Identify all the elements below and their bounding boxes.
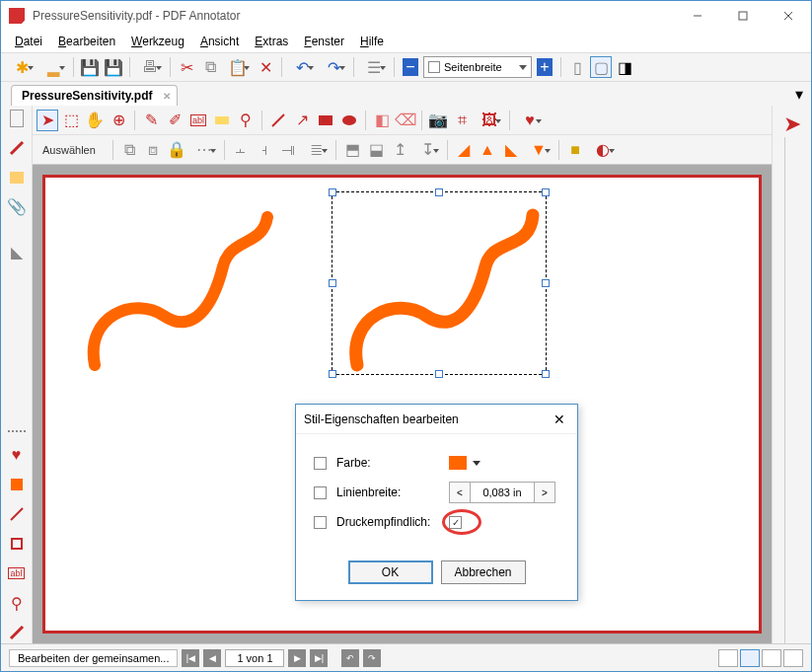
vertical-scrollbar[interactable]: [784, 137, 800, 643]
print-button[interactable]: 🖶: [135, 56, 165, 78]
pan-tool[interactable]: ✋: [84, 110, 106, 131]
nav-first-icon[interactable]: |◀: [182, 649, 199, 667]
linewidth-decrease-button[interactable]: <: [449, 482, 471, 503]
view-two-continuous-icon[interactable]: [783, 649, 803, 667]
tab-overflow-button[interactable]: ▾: [791, 86, 807, 102]
menu-window[interactable]: Fenster: [298, 33, 350, 50]
save-as-button[interactable]: 💾: [103, 56, 124, 78]
dialog-close-icon[interactable]: ✕: [550, 411, 569, 427]
ok-button[interactable]: OK: [348, 560, 433, 584]
lasso-tool[interactable]: ⬚: [60, 110, 82, 131]
align-center-h-icon[interactable]: ⫞: [254, 139, 275, 161]
cancel-button[interactable]: Abbrechen: [441, 560, 526, 584]
zoom-combo[interactable]: Seitenbreite: [423, 56, 532, 78]
history-back-icon[interactable]: ↶: [341, 649, 359, 667]
menu-tool[interactable]: Werkzeug: [125, 33, 190, 50]
layout-fit-button[interactable]: ▢: [590, 56, 612, 78]
line-tool[interactable]: [267, 110, 289, 131]
status-edit-common-button[interactable]: Bearbeiten der gemeinsamen...: [9, 649, 178, 667]
ellipse-tool[interactable]: [338, 110, 360, 131]
preset-line-icon[interactable]: [6, 503, 28, 525]
preset-stamp-icon[interactable]: ⚲: [6, 592, 28, 614]
history-forward-icon[interactable]: ↷: [363, 649, 381, 667]
redo-button[interactable]: ↷: [319, 56, 348, 78]
selection-handle[interactable]: [542, 370, 550, 378]
text-highlight-tool[interactable]: [211, 110, 233, 131]
align-more-icon[interactable]: ≣: [301, 139, 331, 161]
order-down-icon[interactable]: ↧: [412, 139, 442, 161]
favorite-heart-icon[interactable]: ♥: [6, 444, 28, 466]
menu-extras[interactable]: Extras: [249, 33, 294, 50]
layout-single-button[interactable]: ▯: [566, 56, 588, 78]
open-button[interactable]: ▂: [38, 56, 68, 78]
note-tool-icon[interactable]: [6, 167, 28, 188]
selection-handle[interactable]: [329, 188, 336, 196]
selection-handle[interactable]: [329, 370, 336, 378]
menu-file[interactable]: Datei: [9, 33, 48, 50]
bring-front-icon[interactable]: ⬒: [341, 139, 363, 161]
save-button[interactable]: 💾: [79, 56, 101, 78]
rotate-left-icon[interactable]: ◣: [500, 139, 522, 161]
undo-button[interactable]: ↶: [287, 56, 317, 78]
preset-pen2-icon[interactable]: [6, 622, 28, 643]
snapshot-tool[interactable]: 📷: [427, 110, 449, 131]
eraser-tool[interactable]: ◧: [371, 110, 393, 131]
delete-button[interactable]: ✕: [255, 56, 276, 78]
color-dropdown-icon[interactable]: [473, 461, 480, 466]
nav-last-icon[interactable]: ▶|: [310, 649, 328, 667]
favorite-tool[interactable]: ♥: [515, 110, 545, 131]
page-thumb-icon[interactable]: [6, 108, 28, 129]
selection-handle[interactable]: [329, 279, 336, 287]
left-collapse-icon[interactable]: ◣: [6, 242, 28, 263]
ink-stroke-1[interactable]: [75, 197, 282, 375]
dialog-titlebar[interactable]: Stil-Eigenschaften bearbeiten ✕: [296, 405, 577, 434]
color-apply-checkbox[interactable]: [314, 457, 327, 470]
document-tab[interactable]: PressureSensitivity.pdf ✕: [11, 85, 178, 106]
align-right-icon[interactable]: ⫣: [277, 139, 299, 161]
linewidth-input[interactable]: [471, 482, 534, 503]
attachment-icon[interactable]: 📎: [6, 196, 28, 218]
copy-button[interactable]: ⧉: [199, 56, 221, 78]
rotate-right-icon[interactable]: ▼: [524, 139, 554, 161]
style-more-icon[interactable]: ◐: [588, 139, 618, 161]
layout-two-button[interactable]: ◨: [614, 56, 635, 78]
paste-button[interactable]: 📋: [223, 56, 253, 78]
align-left-icon[interactable]: ⫠: [230, 139, 252, 161]
pen-tool[interactable]: ✎: [140, 110, 162, 131]
send-back-icon[interactable]: ⬓: [365, 139, 387, 161]
style-edit-icon[interactable]: ■: [564, 139, 586, 161]
view-single-icon[interactable]: [718, 649, 738, 667]
arrow-tool[interactable]: ↗: [291, 110, 313, 131]
preset-square-icon[interactable]: [6, 474, 28, 495]
view-two-page-icon[interactable]: [762, 649, 781, 667]
nav-next-icon[interactable]: ▶: [288, 649, 306, 667]
cut-button[interactable]: ✂: [176, 56, 197, 78]
close-button[interactable]: [766, 1, 811, 31]
pressure-apply-checkbox[interactable]: [314, 516, 327, 529]
linewidth-increase-button[interactable]: >: [534, 482, 555, 503]
more-select-icon[interactable]: ⋯: [189, 139, 219, 161]
zoom-tool[interactable]: ⊕: [108, 110, 129, 131]
text-box-tool[interactable]: abl: [187, 110, 209, 131]
new-doc-button[interactable]: ✱: [7, 56, 37, 78]
page-number-field[interactable]: [225, 649, 284, 667]
cursor-large-icon[interactable]: ➤: [783, 112, 801, 137]
crop-tool[interactable]: ⌗: [451, 110, 473, 131]
pressure-sensitive-checkbox[interactable]: [449, 516, 462, 529]
rectangle-tool[interactable]: [315, 110, 336, 131]
view-continuous-icon[interactable]: [740, 649, 760, 667]
selection-handle[interactable]: [542, 279, 550, 287]
color-swatch[interactable]: [449, 456, 467, 470]
group-icon[interactable]: ⧉: [118, 139, 140, 161]
selection-handle[interactable]: [542, 188, 550, 196]
selection-handle[interactable]: [435, 188, 443, 196]
minimize-button[interactable]: [675, 1, 720, 31]
stamp-tool[interactable]: ⚲: [235, 110, 257, 131]
menu-view[interactable]: Ansicht: [194, 33, 245, 50]
zoom-out-button[interactable]: −: [400, 56, 421, 78]
menu-help[interactable]: Hilfe: [354, 33, 390, 50]
order-up-icon[interactable]: ↥: [389, 139, 410, 161]
preset-hollow-square-icon[interactable]: [6, 533, 28, 555]
zoom-in-button[interactable]: +: [534, 56, 555, 78]
flip-h-icon[interactable]: ◢: [453, 139, 475, 161]
